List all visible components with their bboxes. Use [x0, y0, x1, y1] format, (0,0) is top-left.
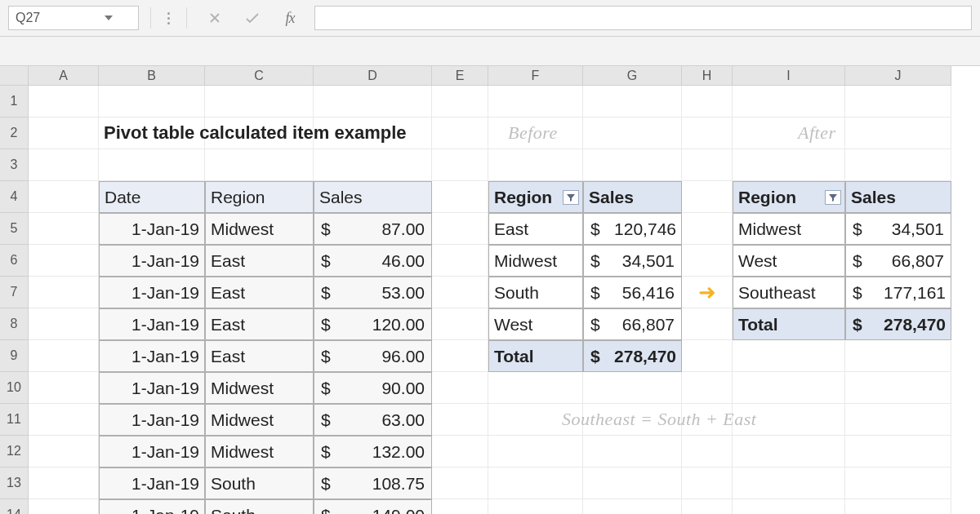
table-cell[interactable]: $63.00 — [314, 404, 432, 436]
pivot-row-value[interactable]: $66,807 — [583, 308, 682, 340]
pivot-total-label[interactable]: Total — [488, 340, 583, 372]
formula-bar-resize-handle[interactable] — [163, 12, 175, 24]
table-cell[interactable]: Midwest — [205, 213, 314, 245]
col-header[interactable]: A — [29, 66, 99, 86]
table-cell[interactable]: 1-Jan-19 — [99, 277, 205, 308]
col-header[interactable]: C — [205, 66, 314, 86]
table-cell[interactable]: Midwest — [205, 372, 314, 404]
pivot-row-value[interactable]: $120,746 — [583, 213, 682, 245]
enter-button[interactable] — [236, 6, 269, 30]
table-cell[interactable]: 1-Jan-19 — [99, 213, 205, 245]
col-header[interactable]: J — [845, 66, 951, 86]
table-cell[interactable]: 1-Jan-19 — [99, 372, 205, 404]
table-header[interactable]: Date — [99, 181, 205, 213]
table-cell[interactable]: $149.00 — [314, 499, 432, 514]
ribbon-buffer — [0, 37, 980, 66]
name-box-dropdown[interactable] — [99, 16, 118, 20]
table-cell[interactable]: $120.00 — [314, 308, 432, 340]
row-header[interactable]: 13 — [0, 467, 29, 499]
formula-bar: fx — [0, 0, 980, 37]
col-header[interactable]: I — [733, 66, 845, 86]
pivot-header-sales[interactable]: Sales — [583, 181, 682, 213]
row-header[interactable]: 9 — [0, 340, 29, 372]
pivot-row-label[interactable]: South — [488, 277, 583, 308]
table-header[interactable]: Region — [205, 181, 314, 213]
cancel-button[interactable] — [198, 6, 231, 30]
table-cell[interactable]: $53.00 — [314, 277, 432, 308]
row-header[interactable]: 2 — [0, 117, 29, 149]
col-header[interactable]: E — [432, 66, 488, 86]
pivot-header-sales[interactable]: Sales — [845, 181, 951, 213]
pivot-total-value[interactable]: $278,470 — [583, 340, 682, 372]
page-title: Pivot table calculated item example — [104, 122, 406, 144]
pivot-row-value[interactable]: $66,807 — [845, 245, 951, 277]
filter-icon[interactable] — [563, 190, 579, 205]
pivot-row-value[interactable]: $34,501 — [583, 245, 682, 277]
table-cell[interactable]: $46.00 — [314, 245, 432, 277]
table-cell[interactable]: 1-Jan-19 — [99, 467, 205, 499]
table-cell[interactable]: $90.00 — [314, 372, 432, 404]
table-cell[interactable]: $96.00 — [314, 340, 432, 372]
col-header[interactable]: B — [99, 66, 205, 86]
table-cell[interactable]: 1-Jan-19 — [99, 308, 205, 340]
pivot-total-label[interactable]: Total — [733, 308, 845, 340]
select-all-corner[interactable] — [0, 66, 29, 86]
col-header[interactable]: G — [583, 66, 682, 86]
after-label: After — [798, 122, 836, 144]
arrow-icon: ➜ — [698, 280, 716, 305]
excel-window: fx A B C D E F G H I J 1 2 — [0, 0, 980, 514]
filter-icon[interactable] — [825, 190, 841, 205]
table-cell[interactable]: East — [205, 308, 314, 340]
row-header[interactable]: 1 — [0, 86, 29, 117]
column-header-row: A B C D E F G H I J — [0, 66, 980, 86]
table-header[interactable]: Sales — [314, 181, 432, 213]
pivot-row-label[interactable]: East — [488, 213, 583, 245]
table-cell[interactable]: South — [205, 467, 314, 499]
table-cell[interactable]: $87.00 — [314, 213, 432, 245]
spreadsheet-grid[interactable]: A B C D E F G H I J 1 2 Pivot table calc… — [0, 66, 980, 514]
pivot-row-value[interactable]: $56,416 — [583, 277, 682, 308]
pivot-row-label[interactable]: Midwest — [733, 213, 845, 245]
col-header[interactable]: H — [682, 66, 733, 86]
table-cell[interactable]: South — [205, 499, 314, 514]
pivot-row-label[interactable]: Midwest — [488, 245, 583, 277]
pivot-header-region[interactable]: Region — [733, 181, 845, 213]
table-cell[interactable]: 1-Jan-19 — [99, 340, 205, 372]
row-header[interactable]: 6 — [0, 245, 29, 277]
pivot-row-label[interactable]: West — [488, 308, 583, 340]
table-cell[interactable]: East — [205, 277, 314, 308]
pivot-row-value[interactable]: $177,161 — [845, 277, 951, 308]
table-cell[interactable]: 1-Jan-19 — [99, 404, 205, 436]
table-cell[interactable]: East — [205, 340, 314, 372]
row-header[interactable]: 8 — [0, 308, 29, 340]
table-cell[interactable]: $132.00 — [314, 436, 432, 467]
row-header[interactable]: 5 — [0, 213, 29, 245]
table-cell[interactable]: $108.75 — [314, 467, 432, 499]
table-cell[interactable]: Midwest — [205, 436, 314, 467]
pivot-row-label[interactable]: Southeast — [733, 277, 845, 308]
pivot-row-value[interactable]: $34,501 — [845, 213, 951, 245]
before-label: Before — [508, 122, 558, 144]
row-header[interactable]: 11 — [0, 404, 29, 436]
table-cell[interactable]: 1-Jan-19 — [99, 245, 205, 277]
formula-note: Southeast = South + East — [562, 409, 756, 430]
pivot-row-label[interactable]: West — [733, 245, 845, 277]
row-header[interactable]: 14 — [0, 499, 29, 514]
col-header[interactable]: D — [314, 66, 432, 86]
name-box[interactable] — [8, 6, 139, 30]
name-box-input[interactable] — [9, 11, 99, 25]
row-header[interactable]: 12 — [0, 436, 29, 467]
formula-input[interactable] — [314, 6, 972, 30]
row-header[interactable]: 7 — [0, 277, 29, 308]
row-header[interactable]: 4 — [0, 181, 29, 213]
col-header[interactable]: F — [488, 66, 583, 86]
insert-function-button[interactable]: fx — [274, 6, 306, 30]
table-cell[interactable]: 1-Jan-19 — [99, 499, 205, 514]
pivot-header-region[interactable]: Region — [488, 181, 583, 213]
table-cell[interactable]: 1-Jan-19 — [99, 436, 205, 467]
table-cell[interactable]: East — [205, 245, 314, 277]
table-cell[interactable]: Midwest — [205, 404, 314, 436]
pivot-total-value[interactable]: $278,470 — [845, 308, 951, 340]
row-header[interactable]: 10 — [0, 372, 29, 404]
row-header[interactable]: 3 — [0, 149, 29, 181]
